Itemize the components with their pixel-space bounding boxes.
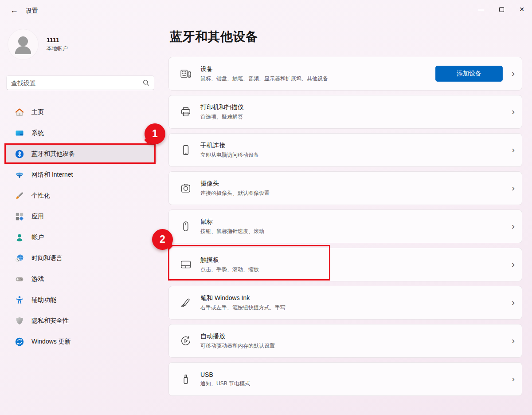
search-icon — [143, 79, 149, 86]
touchpad-icon — [180, 259, 192, 270]
chevron-right-icon: › — [512, 183, 515, 194]
card-title: USB — [200, 371, 250, 378]
autoplay-icon — [180, 335, 192, 347]
chevron-right-icon: › — [512, 374, 515, 384]
sidebar-item-label: 系统 — [31, 129, 44, 137]
bluetooth-icon — [15, 150, 24, 158]
sidebar-item-label: 主页 — [31, 108, 44, 116]
sidebar-item-label: 帐户 — [31, 233, 44, 241]
card-title: 鼠标 — [200, 218, 264, 226]
gamepad-icon — [15, 275, 24, 284]
card-subtitle: 按钮、鼠标指针速度、滚动 — [200, 228, 264, 235]
sidebar-item-network[interactable]: 网络和 Internet — [4, 166, 157, 184]
search-box[interactable] — [6, 75, 154, 90]
chevron-right-icon: › — [512, 336, 515, 346]
sidebar-item-gaming[interactable]: 游戏 — [4, 270, 157, 288]
card-usb[interactable]: USB 通知、USB 节电模式 › — [168, 362, 522, 396]
globe-clock-icon — [15, 254, 24, 263]
shield-icon — [15, 316, 24, 325]
card-title: 笔和 Windows Ink — [200, 294, 286, 302]
card-mouse[interactable]: 鼠标 按钮、鼠标指针速度、滚动 › — [168, 209, 522, 243]
sidebar-item-bluetooth[interactable]: 蓝牙和其他设备 — [4, 145, 157, 163]
close-icon: ✕ — [519, 6, 524, 13]
card-title: 打印机和扫描仪 — [200, 103, 244, 111]
sidebar-item-label: 隐私和安全性 — [31, 317, 69, 325]
card-devices[interactable]: 设备 鼠标、键盘、触笔、音频、显示器和扩展坞、其他设备 添加设备 › — [168, 57, 522, 91]
card-subtitle: 立即从电脑访问移动设备 — [200, 151, 259, 159]
sidebar-nav: 主页 系统 蓝牙和其他设备 网络和 Internet 个性化 应用 帐户 时间和… — [4, 103, 157, 354]
sidebar-item-label: 辅助功能 — [31, 296, 56, 304]
card-subtitle: 右手或左手、笔按钮快捷方式、手写 — [200, 304, 286, 312]
sidebar-item-label: 网络和 Internet — [31, 171, 73, 179]
chevron-right-icon: › — [512, 297, 515, 308]
sidebar-item-accessibility[interactable]: 辅助功能 — [4, 291, 157, 309]
card-subtitle: 可移动驱动器和内存的默认设置 — [200, 342, 275, 350]
card-autoplay[interactable]: 自动播放 可移动驱动器和内存的默认设置 › — [168, 324, 522, 358]
add-device-button[interactable]: 添加设备 — [435, 66, 503, 82]
card-subtitle: 点击、手势、滚动、缩放 — [200, 266, 259, 273]
profile-account-type: 本地帐户 — [47, 45, 68, 52]
home-icon — [15, 108, 24, 117]
phone-icon — [180, 144, 192, 156]
window-controls: — ✕ — [471, 0, 532, 19]
wifi-icon — [15, 170, 24, 179]
card-subtitle: 通知、USB 节电模式 — [200, 380, 250, 387]
sidebar-item-label: 游戏 — [31, 275, 44, 283]
chevron-right-icon: › — [512, 221, 515, 232]
card-subtitle: 首选项、疑难解答 — [200, 113, 244, 121]
apps-icon — [15, 212, 24, 221]
card-phone-link[interactable]: 手机连接 立即从电脑访问移动设备 › — [168, 133, 522, 167]
titlebar: ← 设置 — ✕ — [0, 0, 532, 21]
accessibility-icon — [15, 296, 24, 304]
devices-icon — [180, 68, 192, 79]
paintbrush-icon — [15, 191, 24, 200]
card-title: 摄像头 — [200, 180, 270, 188]
sidebar-item-label: Windows 更新 — [31, 338, 71, 346]
settings-card-list: 设备 鼠标、键盘、触笔、音频、显示器和扩展坞、其他设备 添加设备 › 打印机和扫… — [168, 57, 522, 400]
sidebar-item-personalization[interactable]: 个性化 — [4, 187, 157, 205]
sidebar-item-home[interactable]: 主页 — [4, 103, 157, 121]
sidebar-item-label: 应用 — [31, 213, 44, 221]
window-title: 设置 — [26, 7, 38, 15]
sidebar-item-label: 个性化 — [31, 192, 50, 200]
mouse-icon — [180, 221, 192, 232]
minimize-button[interactable]: — — [471, 0, 491, 19]
card-pen-ink[interactable]: 笔和 Windows Ink 右手或左手、笔按钮快捷方式、手写 › — [168, 286, 522, 320]
card-touchpad[interactable]: 触摸板 点击、手势、滚动、缩放 › — [168, 248, 522, 281]
pen-icon — [180, 297, 192, 308]
sidebar-item-system[interactable]: 系统 — [4, 124, 157, 142]
user-profile[interactable]: 1111 本地帐户 — [8, 29, 68, 59]
chevron-right-icon: › — [512, 68, 515, 79]
maximize-icon — [499, 7, 504, 12]
maximize-button[interactable] — [491, 0, 512, 19]
avatar — [8, 29, 38, 59]
card-title: 自动播放 — [200, 332, 275, 340]
back-arrow-icon: ← — [10, 6, 18, 15]
person-teal-icon — [15, 233, 24, 242]
sidebar-item-apps[interactable]: 应用 — [4, 208, 157, 225]
card-printers-scanners[interactable]: 打印机和扫描仪 首选项、疑难解答 › — [168, 95, 522, 129]
printer-icon — [180, 106, 192, 118]
sidebar-item-time-language[interactable]: 时间和语言 — [4, 249, 157, 267]
sidebar-item-accounts[interactable]: 帐户 — [4, 229, 157, 246]
search-input[interactable] — [11, 79, 143, 87]
card-subtitle: 连接的摄像头、默认图像设置 — [200, 190, 270, 197]
card-cameras[interactable]: 摄像头 连接的摄像头、默认图像设置 › — [168, 171, 522, 205]
update-icon — [15, 337, 24, 346]
sidebar-item-label: 时间和语言 — [31, 254, 63, 262]
sidebar-item-label: 蓝牙和其他设备 — [31, 150, 75, 158]
camera-icon — [180, 182, 192, 194]
card-title: 手机连接 — [200, 142, 259, 150]
card-subtitle: 鼠标、键盘、触笔、音频、显示器和扩展坞、其他设备 — [200, 75, 328, 83]
usb-icon — [180, 373, 192, 385]
card-title: 设备 — [200, 65, 328, 73]
minimize-icon: — — [478, 6, 484, 13]
card-title: 触摸板 — [200, 256, 259, 264]
back-button[interactable]: ← — [6, 3, 22, 18]
sidebar-item-privacy[interactable]: 隐私和安全性 — [4, 312, 157, 330]
chevron-right-icon: › — [512, 107, 515, 117]
sidebar-item-windows-update[interactable]: Windows 更新 — [4, 333, 157, 351]
system-icon — [15, 129, 24, 138]
profile-name: 1111 — [47, 36, 68, 43]
close-button[interactable]: ✕ — [512, 0, 532, 19]
